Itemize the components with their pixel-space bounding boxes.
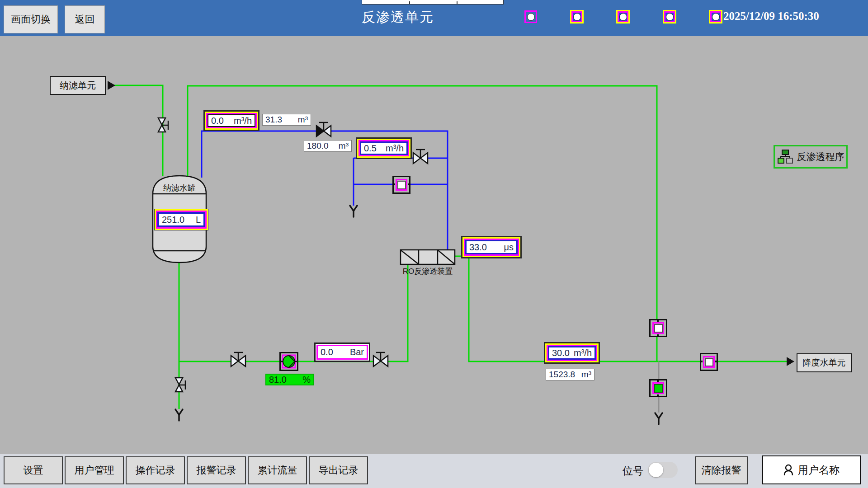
instrument-state — [654, 384, 663, 393]
valve-pump-discharge-icon[interactable] — [373, 350, 389, 372]
flow-arrow-icon — [787, 357, 794, 366]
alarm-log-button[interactable]: 报警记录 — [187, 456, 246, 484]
tank-level-display[interactable]: 251.0 L — [157, 212, 205, 227]
instrument-bypass-top[interactable] — [649, 319, 667, 337]
value: 180.0 — [307, 141, 329, 151]
settings-button[interactable]: 设置 — [4, 456, 63, 484]
tag-number-toggle[interactable] — [648, 462, 678, 478]
instrument-product-line[interactable] — [700, 353, 718, 371]
instrument-drain-valve[interactable] — [649, 379, 667, 397]
instrument-frame — [703, 356, 715, 368]
value: 31.3 — [265, 115, 282, 125]
instrument-frame — [652, 382, 664, 394]
unit: m³/h — [574, 348, 592, 358]
unit: m³ — [581, 370, 591, 380]
conductivity-display[interactable]: 33.0 μs — [465, 240, 518, 254]
hmi-screen: 画面切换 返回 反渗透单元 2025/12/09 16:50:30 — [0, 0, 868, 488]
username-label: 用户名称 — [798, 463, 840, 477]
flow-arrow-icon — [108, 81, 115, 90]
unit: Bar — [350, 347, 364, 357]
operation-log-button[interactable]: 操作记录 — [126, 456, 185, 484]
user-icon — [783, 464, 793, 476]
pipe-network — [0, 0, 868, 488]
program-button-label: 反渗透程序 — [797, 150, 844, 163]
valve-perm-icon[interactable] — [412, 147, 429, 169]
drain-arrow-icon — [654, 412, 664, 425]
product-total-display: 1523.8 m³ — [546, 369, 594, 380]
tank-label: 纳滤水罐 — [158, 183, 201, 193]
valve-pump-suction-icon[interactable] — [230, 350, 246, 372]
instrument-state — [705, 358, 713, 366]
nav-nanofiltration-unit[interactable]: 纳滤单元 — [50, 76, 106, 95]
feed-total-display: 31.3 m³ — [262, 114, 311, 126]
drain-arrow-icon — [349, 204, 359, 218]
product-flow-display[interactable]: 30.0 m³/h — [548, 346, 596, 360]
unit: m³/h — [234, 116, 252, 126]
value: 251.0 — [162, 215, 184, 225]
pump-speed-display[interactable]: 81.0 % — [265, 374, 314, 385]
program-flowchart-icon — [777, 149, 793, 164]
username-button[interactable]: 用户名称 — [762, 455, 861, 484]
unit: μs — [504, 242, 514, 253]
unit: L — [196, 215, 201, 225]
value: 81.0 — [269, 375, 287, 385]
total-flow-button[interactable]: 累计流量 — [248, 456, 307, 484]
instrument-frame — [652, 322, 664, 334]
ro-membrane-unit[interactable] — [400, 249, 456, 265]
bottom-toolbar: 设置 用户管理 操作记录 报警记录 累计流量 导出记录 位号 清除报警 用户名称 — [0, 454, 868, 488]
unit: m³ — [298, 115, 308, 125]
pump-pressure-display[interactable]: 0.0 Bar — [316, 345, 368, 360]
toggle-knob — [649, 463, 663, 477]
unit: % — [302, 375, 311, 385]
user-management-button[interactable]: 用户管理 — [65, 456, 124, 484]
tag-number-label: 位号 — [623, 464, 643, 478]
ro-program-button[interactable]: 反渗透程序 — [774, 145, 848, 169]
valve-tank-drain-icon[interactable] — [170, 377, 191, 393]
value: 1523.8 — [549, 370, 575, 380]
value: 0.5 — [364, 143, 377, 154]
perm-flow-display[interactable]: 0.5 m³/h — [360, 141, 408, 155]
clear-alarm-button[interactable]: 清除报警 — [695, 456, 748, 484]
drain-arrow-icon — [174, 408, 184, 422]
value: 30.0 — [552, 348, 570, 358]
unit: m³/h — [386, 143, 404, 154]
value: 0.0 — [321, 347, 333, 357]
instrument-frame — [396, 179, 407, 191]
instrument-state — [397, 181, 406, 189]
value: 33.0 — [469, 242, 487, 253]
valve-tank-inlet-icon[interactable] — [153, 117, 174, 133]
pump-icon[interactable] — [279, 352, 298, 371]
valve-feed-icon[interactable] — [316, 120, 332, 142]
ro-unit-label: RO反渗透装置 — [400, 266, 456, 277]
instrument-blue-line[interactable] — [392, 176, 410, 194]
feed-flow-display[interactable]: 0.0 m³/h — [208, 114, 255, 127]
nav-degraded-water-unit[interactable]: 降度水单元 — [797, 353, 852, 372]
value: 0.0 — [211, 116, 224, 126]
unit: m³ — [339, 141, 349, 151]
export-log-button[interactable]: 导出记录 — [309, 456, 368, 484]
instrument-state — [654, 324, 663, 333]
